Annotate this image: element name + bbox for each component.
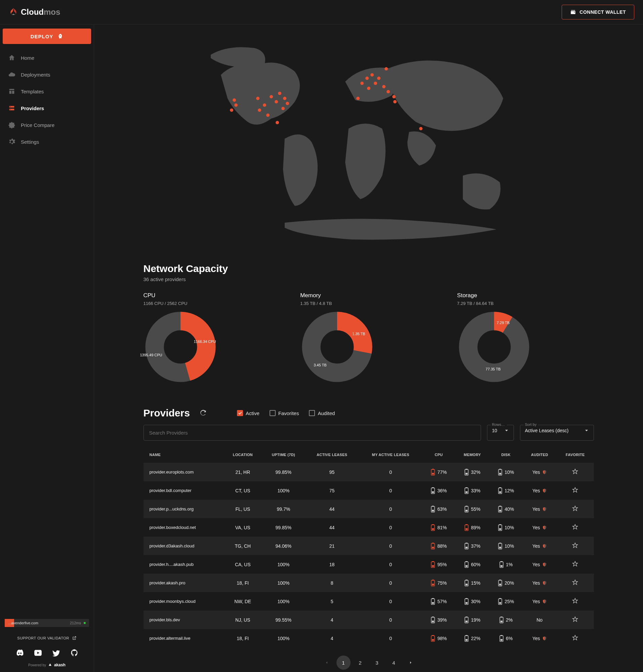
svg-point-13: [276, 121, 279, 124]
table-row[interactable]: provider.moonbys.cloudNW, DE100%5057%30%…: [144, 592, 594, 611]
world-map[interactable]: [94, 25, 643, 263]
table-row[interactable]: provider.p...uckdns.orgFL, US99.7%44063%…: [144, 500, 594, 518]
connect-wallet-button[interactable]: CONNECT WALLET: [562, 5, 634, 20]
shield-icon: [542, 598, 547, 605]
page-next[interactable]: [404, 656, 418, 670]
nav-price-compare[interactable]: Price Compare: [3, 116, 91, 133]
star-icon: [572, 487, 579, 493]
cell-favorite[interactable]: [557, 611, 594, 629]
templates-icon: [8, 88, 15, 95]
svg-rect-106: [499, 602, 501, 604]
cell-location: CT, US: [223, 481, 262, 500]
battery-icon: [499, 617, 504, 623]
svg-point-27: [393, 100, 397, 103]
nav-settings[interactable]: Settings: [3, 133, 91, 150]
powered-label: Powered by: [28, 663, 46, 667]
cell-leases: 44: [305, 518, 359, 537]
cell-uptime: 99.7%: [262, 500, 305, 518]
page-1[interactable]: 1: [337, 656, 351, 670]
support-validator-link[interactable]: SUPPORT OUR VALIDATOR: [3, 633, 91, 643]
table-row[interactable]: provider.altermail.live18, FI100%4098%22…: [144, 629, 594, 647]
nav-templates[interactable]: Templates: [3, 83, 91, 100]
cell-cpu: 63%: [422, 500, 455, 518]
svg-rect-64: [432, 528, 434, 530]
nav-providers-label: Providers: [21, 105, 44, 111]
cell-favorite[interactable]: [557, 463, 594, 481]
cell-uptime: 99.85%: [262, 463, 305, 481]
cell-my-leases: 0: [359, 555, 423, 574]
search-input[interactable]: [144, 425, 481, 440]
svg-point-0: [10, 107, 11, 107]
twitter-icon[interactable]: [52, 648, 61, 657]
cell-favorite[interactable]: [557, 592, 594, 611]
page-2[interactable]: 2: [353, 656, 367, 670]
page-3[interactable]: 3: [370, 656, 384, 670]
cell-name: provider.p...uckdns.org: [144, 500, 224, 518]
cell-leases: 4: [305, 629, 359, 647]
svg-point-2: [233, 98, 236, 102]
svg-rect-61: [499, 510, 501, 511]
deploy-button[interactable]: DEPLOY: [3, 28, 91, 44]
nav-deployments[interactable]: Deployments: [3, 66, 91, 83]
sort-by-select[interactable]: Sort by Active Leases (desc): [520, 425, 594, 440]
nav-home[interactable]: Home: [3, 49, 91, 66]
youtube-icon[interactable]: [34, 648, 43, 657]
svg-rect-40: [465, 473, 468, 474]
svg-rect-121: [465, 639, 468, 641]
cell-favorite[interactable]: [557, 537, 594, 555]
filter-active[interactable]: Active: [237, 410, 259, 416]
github-icon[interactable]: [70, 648, 78, 657]
battery-icon: [430, 635, 435, 642]
cell-memory: 22%: [455, 629, 489, 647]
filter-favorites[interactable]: Favorites: [269, 410, 299, 416]
table-row[interactable]: provider.bls.devNJ, US99.55%4039%19%2%No: [144, 611, 594, 629]
svg-rect-118: [432, 639, 434, 641]
memory-donut-chart[interactable]: 1.35 TB 3.45 TB: [300, 310, 374, 384]
star-icon: [572, 634, 579, 641]
sto-label: Storage: [457, 292, 594, 299]
table-row[interactable]: provider.d3akash.cloudTG, CH94.06%21088%…: [144, 537, 594, 555]
storage-donut-chart[interactable]: 7.29 TB 77.35 TB: [457, 310, 531, 384]
table-row[interactable]: provider.bdl.computerCT, US100%75036%33%…: [144, 481, 594, 500]
svg-point-4: [230, 109, 233, 112]
cell-favorite[interactable]: [557, 574, 594, 592]
cell-cpu: 75%: [422, 574, 455, 592]
cell-memory: 37%: [455, 537, 489, 555]
cell-favorite[interactable]: [557, 555, 594, 574]
rows-per-page-select[interactable]: Rows p... 10: [487, 425, 514, 440]
table-row[interactable]: provider.h....akash.pubCA, US100%18095%6…: [144, 555, 594, 574]
cpu-used-label: 1166.34 CPU: [194, 339, 216, 344]
nav-templates-label: Templates: [21, 89, 44, 95]
pagination: 1234: [144, 656, 594, 670]
cell-disk: 6%: [489, 629, 522, 647]
table-row[interactable]: provider.boxedcloud.netVA, US99.85%44081…: [144, 518, 594, 537]
svg-rect-82: [432, 565, 434, 567]
filter-active-label: Active: [246, 410, 259, 416]
page-prev[interactable]: [320, 656, 334, 670]
cpu-donut-chart[interactable]: 1166.34 CPU 1395.49 CPU: [144, 310, 217, 384]
cell-favorite[interactable]: [557, 481, 594, 500]
cpu-sub: 1166 CPU / 2562 CPU: [144, 301, 280, 306]
cell-audited: Yes: [522, 629, 557, 647]
discord-icon[interactable]: [15, 648, 24, 657]
cell-favorite[interactable]: [557, 500, 594, 518]
node-status[interactable]: ...avenderfive.com 212ms: [5, 619, 89, 627]
cell-disk: 1%: [489, 555, 522, 574]
nav-providers[interactable]: Providers: [3, 100, 91, 116]
logo[interactable]: Cloudmos: [9, 8, 60, 17]
cell-cpu: 57%: [422, 592, 455, 611]
table-row[interactable]: provider.akash.pro18, FI100%8075%15%20%Y…: [144, 574, 594, 592]
svg-point-14: [281, 107, 285, 110]
cell-name: provider.d3akash.cloud: [144, 537, 224, 555]
cell-uptime: 99.55%: [262, 611, 305, 629]
svg-rect-58: [465, 510, 468, 511]
refresh-icon[interactable]: [200, 410, 207, 416]
cell-memory: 60%: [455, 555, 489, 574]
svg-point-8: [269, 95, 273, 98]
cell-favorite[interactable]: [557, 629, 594, 647]
table-row[interactable]: provider.europlots.com21, HR99.85%95077%…: [144, 463, 594, 481]
page-4[interactable]: 4: [387, 656, 401, 670]
cell-uptime: 100%: [262, 555, 305, 574]
filter-audited[interactable]: Audited: [309, 410, 335, 416]
cell-favorite[interactable]: [557, 518, 594, 537]
